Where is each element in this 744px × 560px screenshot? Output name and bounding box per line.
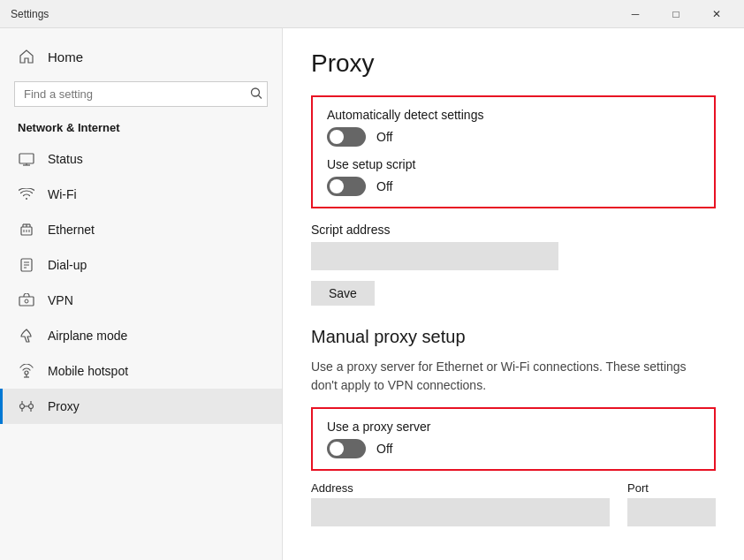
script-address-label: Script address: [311, 223, 716, 237]
wifi-icon: [18, 185, 35, 203]
setup-script-toggle[interactable]: [327, 177, 366, 196]
sidebar-item-label: Airplane mode: [48, 329, 127, 343]
sidebar: Home Network & Internet Status: [0, 28, 283, 560]
vpn-icon: [18, 291, 35, 309]
svg-line-1: [259, 95, 262, 99]
port-label: Port: [627, 481, 716, 495]
sidebar-item-wifi[interactable]: Wi-Fi: [0, 177, 282, 212]
sidebar-item-airplane[interactable]: Airplane mode: [0, 318, 282, 353]
address-port-row: Address Port: [311, 481, 716, 526]
sidebar-item-status[interactable]: Status: [0, 141, 282, 177]
script-address-section: Script address Save: [311, 223, 716, 306]
home-icon: [18, 48, 35, 65]
auto-detect-toggle[interactable]: [327, 127, 366, 147]
sidebar-item-vpn[interactable]: VPN: [0, 283, 282, 318]
home-label: Home: [48, 49, 83, 64]
use-proxy-toggle[interactable]: [327, 439, 366, 458]
sidebar-search: [14, 81, 268, 107]
svg-point-0: [252, 88, 260, 96]
sidebar-item-ethernet[interactable]: Ethernet: [0, 212, 282, 247]
proxy-icon: [18, 397, 35, 415]
svg-point-23: [29, 405, 34, 409]
setup-script-label: Use setup script: [327, 157, 700, 171]
sidebar-item-label: Proxy: [48, 399, 80, 413]
status-icon: [18, 150, 35, 168]
sidebar-item-label: Wi-Fi: [48, 187, 77, 201]
maximize-button[interactable]: □: [656, 0, 696, 28]
sidebar-section-title: Network & Internet: [0, 117, 282, 141]
address-label: Address: [311, 481, 610, 495]
hotspot-icon: [18, 362, 35, 380]
save-button[interactable]: Save: [311, 281, 375, 306]
proxy-description: Use a proxy server for Ethernet or Wi-Fi…: [311, 358, 716, 395]
address-input[interactable]: [311, 498, 610, 526]
automatic-proxy-section: Automatically detect settings Off Use se…: [311, 95, 716, 208]
sidebar-item-label: Ethernet: [48, 223, 95, 237]
sidebar-item-home[interactable]: Home: [0, 39, 282, 74]
auto-detect-toggle-row: Off: [327, 127, 700, 147]
port-input[interactable]: [627, 498, 716, 526]
manual-proxy-title: Manual proxy setup: [311, 327, 716, 347]
sidebar-item-label: Status: [48, 152, 83, 166]
sidebar-item-proxy[interactable]: Proxy: [0, 389, 282, 424]
use-proxy-toggle-row: Off: [327, 439, 700, 458]
ethernet-icon: [18, 221, 35, 238]
sidebar-item-hotspot[interactable]: Mobile hotspot: [0, 353, 282, 389]
use-proxy-section: Use a proxy server Off: [311, 407, 716, 471]
svg-rect-17: [19, 297, 34, 306]
minimize-button[interactable]: ─: [615, 0, 656, 28]
titlebar-controls: ─ □ ✕: [615, 0, 737, 28]
auto-detect-value: Off: [376, 130, 392, 144]
airplane-icon: [18, 327, 35, 344]
setup-script-value: Off: [376, 179, 392, 193]
sidebar-item-dialup[interactable]: Dial-up: [0, 247, 282, 283]
content-area: Proxy Automatically detect settings Off …: [283, 28, 744, 560]
titlebar-title: Settings: [11, 8, 49, 20]
address-section: Address: [311, 481, 610, 526]
auto-detect-label: Automatically detect settings: [327, 108, 700, 122]
close-button[interactable]: ✕: [696, 0, 737, 28]
search-input[interactable]: [14, 81, 268, 107]
sidebar-item-label: VPN: [48, 293, 73, 307]
svg-point-22: [20, 405, 25, 409]
port-section: Port: [627, 481, 716, 526]
search-icon-button[interactable]: [250, 87, 262, 102]
sidebar-item-label: Mobile hotspot: [48, 364, 128, 378]
svg-point-19: [25, 371, 28, 375]
script-address-input[interactable]: [311, 242, 558, 270]
svg-rect-2: [19, 154, 34, 163]
dialup-icon: [18, 256, 35, 274]
titlebar: Settings ─ □ ✕: [0, 0, 744, 28]
app-body: Home Network & Internet Status: [0, 28, 744, 560]
use-proxy-value: Off: [376, 442, 392, 456]
setup-script-toggle-row: Off: [327, 177, 700, 196]
svg-point-18: [25, 299, 28, 303]
page-title: Proxy: [311, 49, 716, 78]
use-proxy-label: Use a proxy server: [327, 420, 700, 434]
sidebar-item-label: Dial-up: [48, 258, 87, 272]
